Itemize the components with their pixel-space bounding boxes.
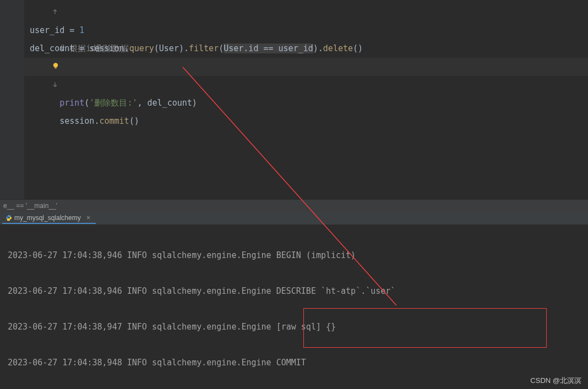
close-icon[interactable]: × [86, 212, 91, 223]
code-editor[interactable]: # 根据id删除数据 user_id = 1 del_count = sessi… [0, 0, 588, 199]
tab-label: my_mysql_sqlalchemy [14, 212, 81, 223]
code-line-highlighted: print('删除数目:', del_count) [24, 58, 588, 76]
console-line: 2023-06-27 17:04:38,948 INFO sqlalchemy.… [8, 354, 580, 372]
code-line: session.commit() [24, 76, 588, 94]
python-icon [6, 215, 12, 221]
watermark: CSDN @北溟溟 [530, 376, 581, 386]
console-line: 2023-06-27 17:04:38,946 INFO sqlalchemy.… [8, 282, 580, 300]
fold-icon[interactable] [12, 58, 58, 112]
print-call: print [59, 98, 84, 108]
breadcrumb[interactable]: e__ == '__main__' [0, 199, 588, 212]
run-tab-bar: my_mysql_sqlalchemy × [0, 212, 588, 225]
code-line: user_id = 1 [24, 21, 588, 40]
code-line: # 根据id删除数据 [24, 3, 588, 21]
console-line: 2023-06-27 17:04:38,946 INFO sqlalchemy.… [8, 246, 580, 265]
run-console[interactable]: 2023-06-27 17:04:38,946 INFO sqlalchemy.… [0, 225, 588, 389]
console-line: 2023-06-27 17:04:38,947 INFO sqlalchemy.… [8, 318, 580, 336]
tab-my-mysql-sqlalchemy[interactable]: my_mysql_sqlalchemy × [2, 213, 96, 224]
code-line: del_count = session.query(User).filter(U… [24, 40, 588, 58]
